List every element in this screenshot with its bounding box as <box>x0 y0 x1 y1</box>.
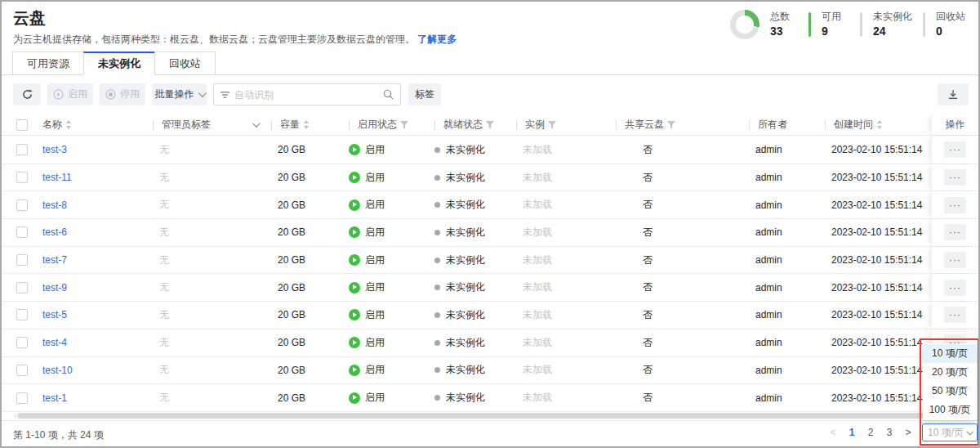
row-actions-button[interactable]: ··· <box>944 280 966 296</box>
gray-dot-icon <box>434 230 440 235</box>
page-1-button[interactable]: 1 <box>845 427 858 438</box>
page-size-option-10[interactable]: 10 项/页 <box>923 344 977 363</box>
row-checkbox[interactable] <box>16 282 28 293</box>
page-size-option-50[interactable]: 50 项/页 <box>923 382 977 401</box>
search-box[interactable] <box>213 83 401 105</box>
owner-value: admin <box>749 384 825 411</box>
shared-disk-value: 否 <box>616 302 749 329</box>
row-actions-button[interactable]: ··· <box>944 169 966 186</box>
row-actions-button[interactable]: ··· <box>944 141 966 158</box>
row-checkbox[interactable] <box>16 172 28 183</box>
sort-icon[interactable] <box>876 120 883 129</box>
filter-icon[interactable] <box>548 121 556 129</box>
disk-name-link[interactable]: test-9 <box>42 282 67 293</box>
enable-status-value: 启用 <box>349 247 434 274</box>
header-capacity[interactable]: 容量 <box>271 114 349 135</box>
disk-name-link[interactable]: test-11 <box>42 172 72 183</box>
ready-status-value: 未实例化 <box>434 164 516 191</box>
disk-name-link[interactable]: test-3 <box>42 144 67 155</box>
table-row[interactable]: test-8 无 20 GB 启用 未实例化 未加载 否 admin 2023-… <box>2 191 978 219</box>
table-row[interactable]: test-1 无 20 GB 启用 未实例化 未加载 否 admin 2023-… <box>2 384 978 412</box>
tab-available-resources[interactable]: 可用资源 <box>12 52 84 75</box>
row-checkbox[interactable] <box>16 337 28 348</box>
capacity-value: 20 GB <box>271 274 349 301</box>
disk-name-link[interactable]: test-5 <box>42 309 67 320</box>
header-ready-status[interactable]: 就绪状态 <box>434 114 516 135</box>
header-instance[interactable]: 实例 <box>516 114 616 135</box>
next-page-button[interactable]: > <box>902 427 915 438</box>
row-checkbox[interactable] <box>16 254 28 266</box>
capacity-value: 20 GB <box>271 164 349 191</box>
header-enable-status[interactable]: 启用状态 <box>349 114 434 135</box>
row-actions-button[interactable]: ··· <box>944 197 966 213</box>
owner-value: admin <box>749 191 825 218</box>
admin-tag-value: 无 <box>153 164 271 191</box>
instance-value: 未加载 <box>516 302 616 329</box>
table-row[interactable]: test-6 无 20 GB 启用 未实例化 未加载 否 admin 2023-… <box>2 219 978 247</box>
header-admin-tag[interactable]: 管理员标签 <box>153 114 271 135</box>
row-checkbox[interactable] <box>16 309 28 320</box>
tags-button[interactable]: 标签 <box>408 83 441 105</box>
learn-more-link[interactable]: 了解更多 <box>417 34 457 45</box>
shared-disk-value: 否 <box>616 247 749 274</box>
sort-icon[interactable] <box>303 120 310 129</box>
owner-value: admin <box>749 302 825 329</box>
enabled-play-icon <box>349 254 360 266</box>
disk-name-link[interactable]: test-8 <box>42 199 67 211</box>
page-2-button[interactable]: 2 <box>864 427 877 438</box>
page-title: 云盘 <box>13 7 46 29</box>
enabled-play-icon <box>349 365 360 376</box>
row-checkbox[interactable] <box>16 144 28 155</box>
stat-uninstantiated-label: 未实例化 <box>873 10 912 23</box>
page-size-select[interactable]: 10 项/页 <box>922 423 978 441</box>
disk-name-link[interactable]: test-10 <box>42 365 73 376</box>
batch-actions-button[interactable]: 批量操作 <box>152 83 207 105</box>
table-row[interactable]: test-5 无 20 GB 启用 未实例化 未加载 否 admin 2023-… <box>2 302 978 329</box>
filter-lines-icon <box>220 91 229 99</box>
capacity-value: 20 GB <box>271 302 349 329</box>
row-actions-button[interactable]: ··· <box>944 224 966 240</box>
filter-icon[interactable] <box>486 121 494 129</box>
select-all-checkbox[interactable] <box>16 119 28 131</box>
horizontal-scrollbar-thumb[interactable] <box>18 413 931 419</box>
disk-name-link[interactable]: test-7 <box>42 254 67 266</box>
row-checkbox[interactable] <box>16 365 28 376</box>
enable-status-value: 启用 <box>349 137 434 164</box>
items-summary: 第 1-10 项，共 24 项 <box>13 428 104 442</box>
search-icon[interactable] <box>383 89 394 100</box>
table-row[interactable]: test-11 无 20 GB 启用 未实例化 未加载 否 admin 2023… <box>2 164 978 192</box>
page-size-option-100[interactable]: 100 项/页 <box>923 401 977 419</box>
row-actions-button[interactable]: ··· <box>944 252 966 268</box>
enable-button: 启用 <box>47 83 93 105</box>
disk-name-link[interactable]: test-4 <box>42 337 67 348</box>
search-input[interactable] <box>234 89 378 101</box>
row-checkbox[interactable] <box>16 226 28 238</box>
header-shared-disk[interactable]: 共享云盘 <box>616 114 749 135</box>
enable-status-value: 启用 <box>349 357 434 384</box>
row-checkbox[interactable] <box>16 199 28 211</box>
owner-value: admin <box>749 137 825 164</box>
stats-panel: 总数 33 可用 9 未实例化 24 回收站 0 <box>730 10 965 39</box>
refresh-button[interactable] <box>13 83 41 105</box>
chevron-down-icon[interactable] <box>252 119 261 128</box>
export-button[interactable] <box>938 83 969 105</box>
table-row[interactable]: test-9 无 20 GB 启用 未实例化 未加载 否 admin 2023-… <box>2 274 978 302</box>
row-checkbox[interactable] <box>16 392 28 404</box>
disk-name-link[interactable]: test-6 <box>42 226 67 238</box>
header-created-time[interactable]: 创建时间 <box>825 114 931 135</box>
row-actions-button[interactable]: ··· <box>944 307 966 323</box>
page-3-button[interactable]: 3 <box>883 427 896 438</box>
tab-recycle-bin[interactable]: 回收站 <box>154 52 216 75</box>
table-row[interactable]: test-4 无 20 GB 启用 未实例化 未加载 否 admin 2023-… <box>2 329 978 357</box>
filter-icon[interactable] <box>400 121 408 129</box>
header-name[interactable]: 名称 <box>42 114 153 135</box>
disk-name-link[interactable]: test-1 <box>42 392 67 404</box>
page-size-option-20[interactable]: 20 项/页 <box>923 363 977 382</box>
tab-uninstantiated[interactable]: 未实例化 <box>83 52 155 75</box>
instance-value: 未加载 <box>516 247 616 274</box>
table-row[interactable]: test-3 无 20 GB 启用 未实例化 未加载 否 admin 2023-… <box>2 137 978 164</box>
table-row[interactable]: test-10 无 20 GB 启用 未实例化 未加载 否 admin 2023… <box>2 357 978 385</box>
filter-icon[interactable] <box>667 121 675 129</box>
sort-icon[interactable] <box>65 120 72 129</box>
table-row[interactable]: test-7 无 20 GB 启用 未实例化 未加载 否 admin 2023-… <box>2 247 978 275</box>
